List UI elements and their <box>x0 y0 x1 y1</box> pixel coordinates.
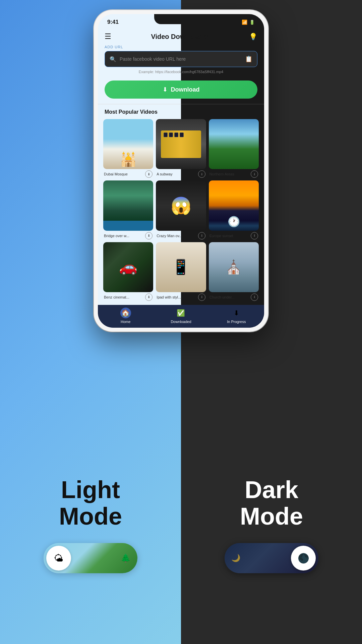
video-thumb-church <box>209 242 259 292</box>
signal-bar-3 <box>236 21 238 25</box>
phone-mockup: 9:41 📶 🔋 ☰ Video Downloader 💡 <box>94 10 268 332</box>
video-thumb-benz <box>103 242 153 292</box>
video-thumb-europe <box>209 180 259 230</box>
light-mode-section: LightMode 🌤 🌲 <box>0 416 181 644</box>
video-label: Dubai Mosque <box>104 172 144 176</box>
subway-window <box>169 132 173 137</box>
list-item[interactable]: Northern Areas ⬇ <box>209 119 259 178</box>
video-thumb-ipad <box>156 242 206 292</box>
list-item[interactable]: A subway ⬇ <box>156 119 206 178</box>
nav-item-in-progress[interactable]: ⬇ In Progress <box>209 308 264 324</box>
phone-notch <box>154 14 208 24</box>
app-title: Video Downloader <box>151 33 209 41</box>
scenery-icon: 🌲 <box>121 553 131 563</box>
video-download-icon[interactable]: ⬇ <box>145 170 153 178</box>
subway-window <box>174 132 178 137</box>
video-thumb-dubai <box>103 119 153 169</box>
video-download-icon[interactable]: ⬇ <box>145 232 153 239</box>
video-label-row: Northern Areas ⬇ <box>209 170 259 178</box>
phone-screen: 9:41 📶 🔋 ☰ Video Downloader 💡 <box>98 14 264 328</box>
nav-item-home[interactable]: 🏠 Home <box>98 308 153 324</box>
list-item[interactable]: Europe sunset ⬇ <box>209 180 259 239</box>
section-title: Most Popular Videos <box>103 109 259 115</box>
url-input-wrapper[interactable]: 🔍 Paste facebook video URL here 📋 <box>105 51 257 67</box>
status-icons: 📶 🔋 <box>232 19 255 25</box>
sun-icon: 🌤 <box>54 553 63 564</box>
bottom-navigation: 🏠 Home ✅ Downloaded ⬇ In Progress <box>98 305 264 328</box>
video-label: Ipad with styl... <box>157 295 196 299</box>
list-item[interactable]: Bridge over w... ⬇ <box>103 180 153 239</box>
subway-windows <box>161 130 201 139</box>
menu-icon[interactable]: ☰ <box>105 32 111 41</box>
video-download-icon[interactable]: ⬇ <box>198 293 205 301</box>
video-label: Europe sunset <box>209 234 249 238</box>
nav-label-home: Home <box>121 320 130 324</box>
video-download-icon[interactable]: ⬇ <box>251 232 258 239</box>
moon-icon: 🌑 <box>298 553 309 564</box>
subway-train <box>161 130 201 158</box>
list-item[interactable]: Crazy Man ov... ⬇ <box>156 180 206 239</box>
list-item[interactable]: Benz cinemat... ⬇ <box>103 242 153 301</box>
wifi-icon: 📶 <box>242 19 247 25</box>
url-example-text: Example: https://facebook.com/hg6783aSff… <box>105 70 257 74</box>
video-download-icon[interactable]: ⬇ <box>198 170 205 178</box>
list-item[interactable]: Ipad with styl... ⬇ <box>156 242 206 301</box>
app-header: ☰ Video Downloader 💡 <box>98 29 264 45</box>
battery-icon: 🔋 <box>249 20 255 25</box>
dark-mode-title: DarkMode <box>240 477 303 530</box>
video-label: Crazy Man ov... <box>157 234 196 238</box>
video-label-row: Church under... ⬇ <box>209 293 259 301</box>
video-thumb-northern <box>209 119 259 169</box>
status-time: 9:41 <box>107 19 119 25</box>
signal-bar-4 <box>238 20 240 25</box>
dark-mode-section: DarkMode 🌙 🌑 <box>181 416 362 644</box>
video-label-row: A subway ⬇ <box>156 170 206 178</box>
list-item[interactable]: Church under... ⬇ <box>209 242 259 301</box>
video-label-row: Bridge over w... ⬇ <box>103 232 153 239</box>
video-download-icon[interactable]: ⬇ <box>145 293 153 301</box>
night-scenery-icon: 🌙 <box>231 554 240 562</box>
video-label-row: Europe sunset ⬇ <box>209 232 259 239</box>
signal-icon <box>232 20 240 25</box>
video-label: Northern Areas <box>209 172 249 176</box>
light-mode-title: LightMode <box>59 477 122 530</box>
video-thumb-bridge <box>103 180 153 230</box>
video-label-row: Crazy Man ov... ⬇ <box>156 232 206 239</box>
dark-mode-toggle[interactable]: 🌙 🌑 <box>225 543 318 573</box>
in-progress-icon: ⬇ <box>231 308 242 318</box>
nav-label-downloaded: Downloaded <box>171 320 191 324</box>
url-section: ADD URL 🔍 Paste facebook video URL here … <box>98 45 264 79</box>
popular-section: Most Popular Videos Dubai Mosque ⬇ <box>98 109 264 301</box>
download-arrow-icon: ⬇ <box>163 86 168 93</box>
url-input[interactable]: Paste facebook video URL here <box>120 56 242 62</box>
signal-bar-2 <box>234 22 236 25</box>
phone-frame: 9:41 📶 🔋 ☰ Video Downloader 💡 <box>94 10 268 332</box>
video-label-row: Dubai Mosque ⬇ <box>103 170 153 178</box>
video-label-row: Ipad with styl... ⬇ <box>156 293 206 301</box>
video-thumb-subway <box>156 119 206 169</box>
url-label: ADD URL <box>105 45 257 49</box>
light-mode-toggle[interactable]: 🌤 🌲 <box>44 543 137 573</box>
modes-section: LightMode 🌤 🌲 DarkMode 🌙 🌑 <box>0 416 362 644</box>
video-grid: Dubai Mosque ⬇ <box>103 119 259 301</box>
video-thumb-crazy <box>156 180 206 230</box>
light-toggle-icon[interactable]: 💡 <box>249 33 257 41</box>
downloaded-icon: ✅ <box>176 308 186 318</box>
home-icon: 🏠 <box>120 308 131 318</box>
subway-window <box>164 132 168 137</box>
subway-window <box>180 132 184 137</box>
signal-bar-1 <box>232 23 234 25</box>
search-icon: 🔍 <box>110 56 116 62</box>
video-label: Benz cinemat... <box>104 295 144 299</box>
nav-item-downloaded[interactable]: ✅ Downloaded <box>153 308 208 324</box>
paste-icon[interactable]: 📋 <box>245 55 252 63</box>
video-download-icon[interactable]: ⬇ <box>251 170 258 178</box>
video-label: A subway <box>157 172 196 176</box>
list-item[interactable]: Dubai Mosque ⬇ <box>103 119 153 178</box>
video-download-icon[interactable]: ⬇ <box>251 293 258 301</box>
video-label: Bridge over w... <box>104 234 144 238</box>
video-download-icon[interactable]: ⬇ <box>198 232 205 239</box>
download-button[interactable]: ⬇ Download <box>105 80 257 99</box>
video-label: Church under... <box>209 295 249 299</box>
nav-label-in-progress: In Progress <box>227 320 246 324</box>
